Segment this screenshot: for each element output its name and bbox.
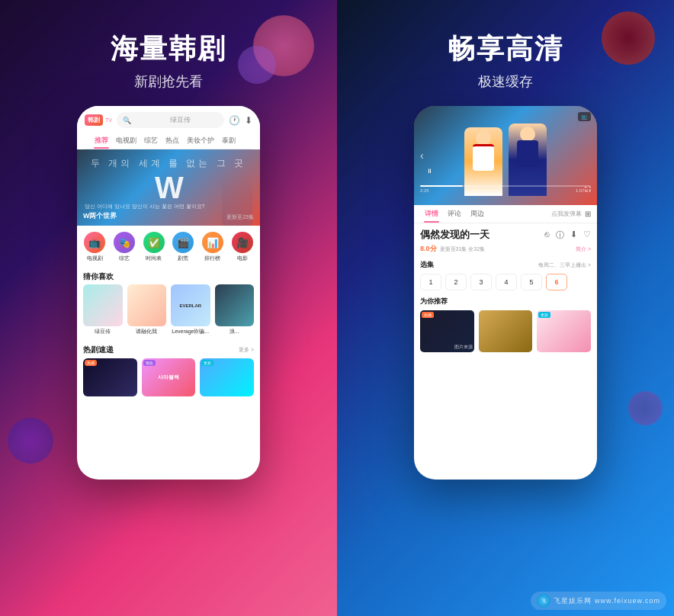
nav-tab-tv[interactable]: 电视剧 [112,133,140,149]
nav-tab-variety[interactable]: 综艺 [140,133,162,149]
info-icon[interactable]: ⓘ [556,229,564,241]
watermark-logo: 飞 [537,594,550,608]
guess-item-4[interactable]: 浪... [215,284,255,335]
drama-action-icons: ⎋ ⓘ ⬇ ♡ [544,229,591,241]
tab-comment[interactable]: 评论 [443,205,466,223]
hot-item-1[interactable]: 热播 [83,358,137,396]
left-headline-main: 海量韩剧 [111,30,226,68]
cat-label-tv: 电视剧 [87,255,103,262]
right-panel: 畅享高清 极速缓存 [337,0,674,616]
rec-tag-3: 更新 [538,312,550,318]
history-icon[interactable]: 🕐 [229,115,240,126]
banner[interactable]: 두 개의 세계 를 없는 그 곳 W 당신 어디에 있나요 당신이 사는 꽃은 … [77,149,260,226]
episode-schedule: 每周二、三早上播出 > [538,261,591,269]
cat-item-rank[interactable]: 📊 排行榜 [202,232,223,262]
fullscreen-button[interactable]: ⛶ [585,186,591,193]
tab-peripheral[interactable]: 周边 [466,205,489,223]
progress-bar[interactable] [420,185,591,187]
nav-tab-thai[interactable]: 泰剧 [218,133,239,149]
drama-update: 更新至31集 全32集 [440,245,486,253]
deco-circle-2 [238,46,276,84]
ep-4[interactable]: 4 [496,274,517,290]
drama-score: 8.0分 [420,244,437,254]
more-link[interactable]: 更多 > [239,346,254,354]
logo-icon: 韩剧 [85,114,103,126]
ep-2[interactable]: 2 [445,274,467,290]
guess-item-1[interactable]: 绿豆传 [83,284,123,335]
hot-item-2[interactable]: 사라블랙 预告 [142,358,196,396]
rec-tag-1: 热播 [422,312,434,318]
danmu-button[interactable]: 点我发弹幕 [551,210,582,218]
detail-tabs: 详情 评论 周边 点我发弹幕 ⊞ [414,205,597,223]
back-button[interactable]: ‹ [420,149,424,162]
play-pause-button[interactable]: ⏸ [426,168,432,175]
intro-arrow: > [588,246,591,252]
guess-item-2[interactable]: 请融化我 [127,284,167,335]
ep-1[interactable]: 1 [420,274,441,290]
tab-detail[interactable]: 详情 [420,205,443,223]
banner-subtitle: 당신 어디에 있나요 당신이 사는 꽃은 어떤 꽃이요? [85,203,205,210]
episode-title: 选集 [420,260,434,270]
nav-tab-beauty[interactable]: 美妆个护 [183,133,218,149]
ep-5[interactable]: 5 [521,274,542,290]
cat-label-schedule: 时间表 [146,255,162,262]
episode-section: 选集 每周二、三早上播出 > 1 2 3 4 5 6 [414,257,597,294]
cat-label-rank: 排行榜 [204,255,220,262]
cat-item-schedule[interactable]: ✅ 时间表 [143,232,165,262]
drama-title-row: 偶然发现的一天 ⎋ ⓘ ⬇ ♡ [420,228,591,242]
cat-icon-tv: 📺 [84,232,105,253]
ep-3[interactable]: 3 [470,274,492,290]
guess-thumb-1 [83,284,123,326]
ep-6[interactable]: 6 [546,274,567,290]
time-current: 2:25 [420,188,429,193]
cat-item-drought[interactable]: 🎬 剧荒 [172,232,194,262]
guess-label-3: Leverage诈骗... [171,328,210,335]
banner-korean-text: 두 개의 세계 를 없는 그 곳 [91,157,246,170]
share-icon[interactable]: ⎋ [544,229,550,241]
rec-item-1[interactable]: 热播 图片来源 [420,310,474,352]
watermark-logo-text: 飞 [541,598,546,605]
download-icon-drama[interactable]: ⬇ [570,229,577,241]
nav-tab-hot[interactable]: 热点 [162,133,183,149]
drama-intro-link[interactable]: 简介 > [576,245,591,253]
rec-title: 为你推荐 [420,297,591,306]
nav-tab-recommend[interactable]: 推荐 [91,133,112,149]
screenshot-button[interactable]: ⊞ [585,210,591,218]
rec-item-3[interactable]: 更新 [537,310,591,352]
guess-item-3[interactable]: EVERLAR Leverage诈骗... [171,284,210,335]
drama-meta: 8.0分 更新至31集 全32集 简介 > [420,244,591,254]
progress-times: 2:25 1:07:17 [420,188,591,193]
deco-circle-r2 [628,391,663,425]
right-headline-sub: 极速缓存 [448,72,563,91]
cat-label-variety: 综艺 [119,255,130,262]
watermark: 飞 飞星娱乐网 www.feixuew.com [531,592,666,610]
watermark-text: 飞星娱乐网 [554,596,592,606]
drama-title: 偶然发现的一天 [420,228,489,242]
rec-source-1: 图片来源 [454,344,473,351]
download-icon[interactable]: ⬇ [245,115,252,126]
deco-circle-r1 [602,11,655,65]
hot-tag-3: 更新 [201,360,213,366]
progress-fill [420,185,463,187]
like-icon[interactable]: ♡ [583,229,591,241]
hot-section-header: 热剧速递 更多 > [77,342,260,358]
left-headline-sub: 新剧抢先看 [111,72,226,91]
banner-title: W两个世界 [83,211,117,221]
cat-item-movie[interactable]: 🎥 电影 [232,232,253,262]
hot-tag-1: 热播 [85,360,97,366]
header-icons: 🕐 ⬇ [229,115,252,126]
rec-row: 热播 图片来源 更新 [420,310,591,352]
intro-label: 简介 [576,246,586,252]
rec-item-2[interactable] [479,310,533,352]
guess-thumb-3: EVERLAR [171,284,210,326]
episode-header: 选集 每周二、三早上播出 > [420,260,591,270]
hot-item-3[interactable]: 更新 [200,358,254,396]
video-player[interactable]: Ai ‹ 📺 ⏸ 2:25 1:07:17 ⛶ [414,106,597,205]
category-row: 📺 电视剧 🎭 综艺 ✅ 时间表 🎬 剧荒 📊 排行榜 [77,226,260,268]
search-bar[interactable]: 🔍 绿豆传 [117,112,224,128]
app-header: 韩剧 TV 🔍 绿豆传 🕐 ⬇ 推荐 电视剧 综艺 [77,106,260,149]
cat-item-variety[interactable]: 🎭 综艺 [114,232,135,262]
cat-item-tv[interactable]: 📺 电视剧 [84,232,105,262]
tv-button[interactable]: 📺 [578,112,591,121]
phone-left: 韩剧 TV 🔍 绿豆传 🕐 ⬇ 推荐 电视剧 综艺 [77,106,260,480]
